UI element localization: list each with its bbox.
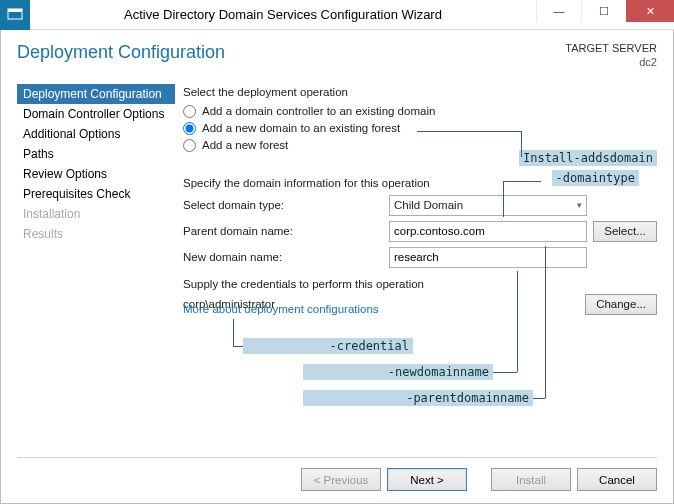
target-server-info: TARGET SERVER dc2 xyxy=(565,42,657,70)
sidebar-item-installation: Installation xyxy=(17,204,175,224)
maximize-button[interactable]: ☐ xyxy=(581,0,626,22)
annotation-install-addsdomain: Install-addsdomain xyxy=(519,150,657,166)
radio-add-dc-existing-domain[interactable]: Add a domain controller to an existing d… xyxy=(183,104,657,119)
target-server-label: TARGET SERVER xyxy=(565,42,657,56)
credentials-label: Supply the credentials to perform this o… xyxy=(183,278,657,290)
domain-type-label: Select domain type: xyxy=(183,199,383,211)
domain-type-value: Child Domain xyxy=(394,199,463,211)
target-server-value: dc2 xyxy=(565,56,657,70)
radio-add-domain-existing-forest[interactable]: Add a new domain to an existing forest xyxy=(183,121,657,136)
annotation-newdomainname: -newdomainname xyxy=(303,364,493,380)
chevron-down-icon: ▾ xyxy=(577,200,582,210)
radio-label: Add a new domain to an existing forest xyxy=(202,122,400,134)
install-button: Install xyxy=(491,468,571,491)
annotation-credential: -credential xyxy=(243,338,413,354)
more-about-link[interactable]: More about deployment configurations xyxy=(183,303,379,315)
radio-add-dc-existing-domain-input[interactable] xyxy=(183,105,196,118)
svg-rect-1 xyxy=(8,9,22,12)
cancel-button[interactable]: Cancel xyxy=(577,468,657,491)
sidebar-item-additional-options[interactable]: Additional Options xyxy=(17,124,175,144)
sidebar-item-paths[interactable]: Paths xyxy=(17,144,175,164)
new-domain-input[interactable] xyxy=(389,247,587,268)
page-title: Deployment Configuration xyxy=(17,42,225,63)
sidebar-item-results: Results xyxy=(17,224,175,244)
app-icon xyxy=(0,0,30,30)
domain-type-combo[interactable]: Child Domain ▾ xyxy=(389,195,587,216)
close-button[interactable]: ✕ xyxy=(626,0,674,22)
radio-label: Add a new forest xyxy=(202,139,288,151)
sidebar-item-domain-controller-options[interactable]: Domain Controller Options xyxy=(17,104,175,124)
annotation-parentdomainname: -parentdomainname xyxy=(303,390,533,406)
annotation-domaintype: -domaintype xyxy=(552,170,639,186)
next-button[interactable]: Next > xyxy=(387,468,467,491)
operation-label: Select the deployment operation xyxy=(183,86,657,98)
select-button[interactable]: Select... xyxy=(593,221,657,242)
main-panel: Select the deployment operation Add a do… xyxy=(183,84,657,315)
footer-button-bar: < Previous Next > Install Cancel xyxy=(17,457,657,491)
window-title: Active Directory Domain Services Configu… xyxy=(30,7,536,22)
radio-add-new-forest-input[interactable] xyxy=(183,139,196,152)
sidebar-item-review-options[interactable]: Review Options xyxy=(17,164,175,184)
minimize-button[interactable]: — xyxy=(536,0,581,22)
sidebar: Deployment Configuration Domain Controll… xyxy=(17,84,175,315)
radio-add-domain-existing-forest-input[interactable] xyxy=(183,122,196,135)
sidebar-item-prerequisites-check[interactable]: Prerequisites Check xyxy=(17,184,175,204)
parent-domain-label: Parent domain name: xyxy=(183,225,383,237)
previous-button: < Previous xyxy=(301,468,381,491)
radio-label: Add a domain controller to an existing d… xyxy=(202,105,435,117)
change-button[interactable]: Change... xyxy=(585,294,657,315)
content-area: Deployment Configuration TARGET SERVER d… xyxy=(0,30,674,504)
new-domain-label: New domain name: xyxy=(183,251,383,263)
parent-domain-input[interactable] xyxy=(389,221,587,242)
sidebar-item-deployment-configuration[interactable]: Deployment Configuration xyxy=(17,84,175,104)
title-bar: Active Directory Domain Services Configu… xyxy=(0,0,674,30)
